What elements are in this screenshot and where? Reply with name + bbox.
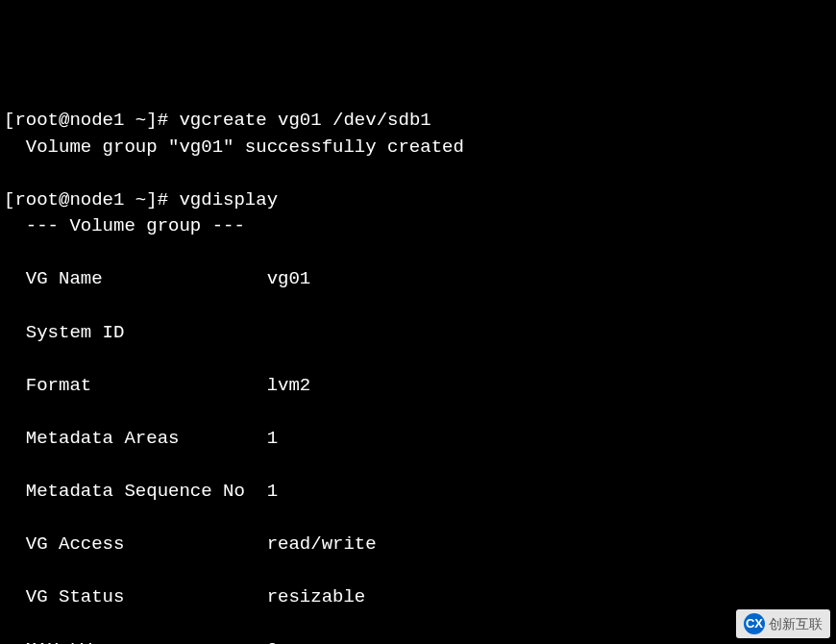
field-value: 1 — [267, 481, 278, 502]
shell-prompt: [root@node1 ~]# — [4, 189, 179, 211]
watermark-badge: CX 创新互联 — [736, 609, 830, 638]
shell-prompt: [root@node1 ~]# — [4, 110, 179, 131]
output-header: --- Volume group --- — [4, 213, 832, 240]
field-label: VG Status — [4, 586, 267, 607]
field-value: 0 — [267, 639, 278, 644]
field-value: lvm2 — [267, 375, 311, 396]
field-label: VG Access — [4, 533, 267, 555]
watermark-icon: CX — [744, 613, 765, 634]
field-value: read/write — [267, 533, 377, 555]
command-text: vgcreate vg01 /dev/sdb1 — [179, 110, 430, 131]
output-line: Volume group "vg01" successfully created — [4, 135, 832, 161]
field-label: Metadata Areas — [4, 428, 267, 449]
field-value: 1 — [267, 428, 278, 449]
field-value: vg01 — [267, 268, 311, 289]
field-label: VG Name — [4, 268, 267, 289]
field-label: MAX LV — [4, 639, 267, 644]
field-value: resizable — [267, 586, 366, 607]
field-label: System ID — [4, 322, 267, 343]
field-label: Metadata Sequence No — [4, 481, 267, 502]
field-label: Format — [4, 375, 267, 396]
command-text: vgdisplay — [179, 189, 278, 211]
terminal-output[interactable]: [root@node1 ~]# vgcreate vg01 /dev/sdb1 … — [4, 108, 832, 644]
watermark-text: 创新互联 — [769, 614, 823, 633]
